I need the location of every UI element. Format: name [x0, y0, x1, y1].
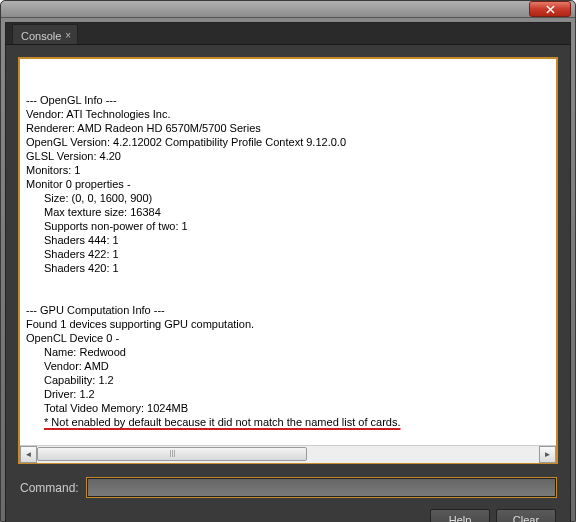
output-line: Max texture size: 16384: [26, 205, 550, 219]
console-body: --- OpenGL Info --- Vendor: ATI Technolo…: [6, 45, 570, 522]
console-output: --- OpenGL Info --- Vendor: ATI Technolo…: [20, 59, 556, 445]
output-line: Capability: 1.2: [26, 373, 550, 387]
gpu-header: --- GPU Computation Info ---: [26, 304, 165, 316]
command-row: Command:: [18, 464, 558, 503]
tab-console[interactable]: Console ×: [12, 24, 78, 44]
window-close-button[interactable]: [529, 1, 571, 17]
console-window: Console × --- OpenGL Info --- Vendor: AT…: [0, 0, 576, 522]
output-line: Found 1 devices supporting GPU computati…: [26, 318, 254, 330]
output-line: Monitors: 1: [26, 164, 80, 176]
window-titlebar: [1, 1, 575, 18]
output-line: Shaders 444: 1: [26, 233, 550, 247]
scroll-left-button[interactable]: ◄: [20, 446, 37, 463]
output-line: Total Video Memory: 1024MB: [26, 401, 550, 415]
output-container: --- OpenGL Info --- Vendor: ATI Technolo…: [18, 57, 558, 464]
output-line: Shaders 422: 1: [26, 247, 550, 261]
output-line: Name: Redwood: [26, 345, 550, 359]
output-line: Vendor: ATI Technologies Inc.: [26, 108, 171, 120]
console-panel: Console × --- OpenGL Info --- Vendor: AT…: [5, 22, 571, 522]
button-row: Help Clear: [18, 503, 558, 522]
output-line: Shaders 420: 1: [26, 261, 550, 275]
horizontal-scrollbar[interactable]: ◄ ►: [20, 445, 556, 462]
scroll-track[interactable]: [37, 446, 539, 463]
output-line: GLSL Version: 4.20: [26, 150, 121, 162]
output-line: Size: (0, 0, 1600, 900): [26, 191, 550, 205]
help-button[interactable]: Help: [430, 509, 490, 522]
output-line: Driver: 1.2: [26, 387, 550, 401]
tabstrip: Console ×: [6, 23, 570, 45]
output-line: Vendor: AMD: [26, 359, 550, 373]
clear-button[interactable]: Clear: [496, 509, 556, 522]
scroll-thumb[interactable]: [37, 447, 307, 461]
command-input[interactable]: [87, 478, 556, 497]
output-line: Monitor 0 properties -: [26, 178, 131, 190]
scroll-right-button[interactable]: ►: [539, 446, 556, 463]
output-line: OpenGL Version: 4.2.12002 Compatibility …: [26, 136, 346, 148]
opengl-header: --- OpenGL Info ---: [26, 94, 117, 106]
close-icon: [546, 5, 555, 14]
output-line: Supports non-power of two: 1: [26, 219, 550, 233]
output-line: Renderer: AMD Radeon HD 6570M/5700 Serie…: [26, 122, 261, 134]
tab-label: Console: [21, 30, 61, 42]
tab-close-icon[interactable]: ×: [65, 30, 71, 41]
output-line: OpenCL Device 0 -: [26, 332, 119, 344]
command-label: Command:: [20, 481, 79, 495]
output-warning: * Not enabled by default because it did …: [26, 415, 550, 429]
